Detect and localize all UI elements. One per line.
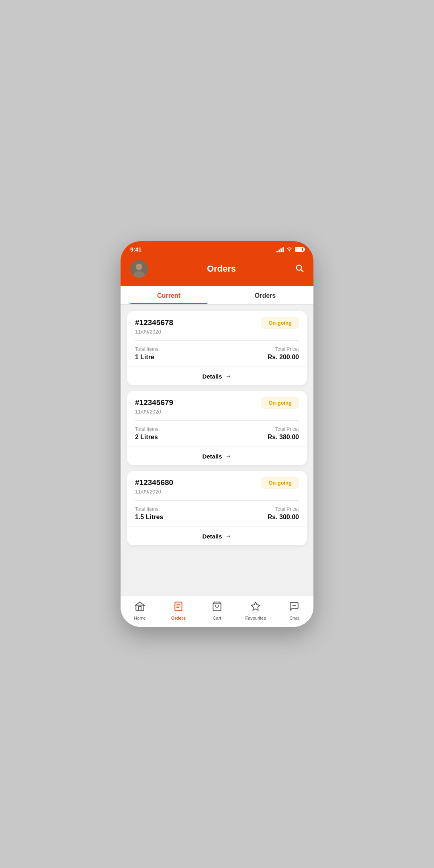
order-number: #12345678 <box>135 318 173 327</box>
phone-wrapper: 9:41 <box>108 217 326 651</box>
chat-icon <box>289 601 299 614</box>
nav-label-chat: Chat <box>289 616 299 620</box>
nav-item-chat[interactable]: Chat <box>275 601 313 620</box>
order-info: #12345680 11/09/2020 <box>135 478 173 495</box>
total-items-label: Total Items: <box>135 426 160 432</box>
status-icons <box>276 246 304 253</box>
order-date: 11/09/2020 <box>135 329 173 335</box>
order-card: #12345679 11/09/2020 On-going Total Item… <box>127 391 307 465</box>
order-number: #12345680 <box>135 478 173 487</box>
bottom-nav: Home Orders <box>121 596 313 627</box>
svg-rect-5 <box>136 605 144 611</box>
tabs-container: Current Orders <box>121 286 313 305</box>
svg-point-1 <box>136 264 142 270</box>
order-items-section: Total Items: 2 Litres <box>135 426 160 441</box>
nav-label-cart: Cart <box>213 616 221 620</box>
details-button[interactable]: Details → <box>127 526 307 545</box>
order-price-section: Total Price: Rs. 300.00 <box>268 506 299 521</box>
status-badge: On-going <box>261 317 299 329</box>
order-items-section: Total Items: 1.5 Litres <box>135 506 163 521</box>
total-price-value: Rs. 200.00 <box>268 354 299 361</box>
status-bar: 9:41 <box>121 241 313 256</box>
nav-item-home[interactable]: Home <box>121 601 159 620</box>
total-items-label: Total Items: <box>135 346 160 352</box>
nav-item-orders[interactable]: Orders <box>159 601 198 620</box>
favourites-icon <box>250 601 261 614</box>
cart-icon <box>212 601 222 614</box>
nav-label-favourites: Favourites <box>245 616 266 620</box>
svg-marker-11 <box>251 602 260 610</box>
total-items-label: Total Items: <box>135 506 163 512</box>
orders-icon <box>173 601 184 614</box>
nav-label-home: Home <box>134 616 145 620</box>
arrow-right-icon: → <box>225 452 232 460</box>
arrow-right-icon: → <box>225 373 232 380</box>
details-label: Details <box>202 453 222 460</box>
details-button[interactable]: Details → <box>127 446 307 465</box>
total-price-label: Total Price: <box>268 426 299 432</box>
order-card-body: Total Items: 2 Litres Total Price: Rs. 3… <box>127 421 307 446</box>
nav-item-cart[interactable]: Cart <box>198 601 236 620</box>
nav-item-favourites[interactable]: Favourites <box>236 601 275 620</box>
order-price-section: Total Price: Rs. 380.00 <box>268 426 299 441</box>
details-button[interactable]: Details → <box>127 366 307 385</box>
nav-label-orders: Orders <box>171 616 186 620</box>
phone-frame: 9:41 <box>121 241 313 627</box>
total-price-label: Total Price: <box>268 506 299 512</box>
signal-icon <box>276 247 284 252</box>
order-items-section: Total Items: 1 Litre <box>135 346 160 361</box>
app-header: Orders <box>121 256 313 286</box>
order-card-top: #12345678 11/09/2020 On-going <box>127 311 307 340</box>
avatar[interactable] <box>130 260 148 278</box>
order-info: #12345678 11/09/2020 <box>135 318 173 335</box>
svg-rect-6 <box>175 602 182 611</box>
total-price-value: Rs. 300.00 <box>268 514 299 521</box>
details-label: Details <box>202 533 222 540</box>
time-display: 9:41 <box>130 246 141 253</box>
total-items-value: 2 Litres <box>135 434 160 441</box>
arrow-right-icon: → <box>225 532 232 540</box>
total-items-value: 1 Litre <box>135 354 160 361</box>
order-card-top: #12345680 11/09/2020 On-going <box>127 471 307 500</box>
battery-icon <box>295 247 304 252</box>
total-items-value: 1.5 Litres <box>135 514 163 521</box>
order-date: 11/09/2020 <box>135 489 173 495</box>
order-number: #12345679 <box>135 398 173 407</box>
wifi-icon <box>286 246 293 253</box>
svg-line-4 <box>301 270 303 272</box>
total-price-label: Total Price: <box>268 346 299 352</box>
order-date: 11/09/2020 <box>135 409 173 415</box>
status-badge: On-going <box>261 477 299 489</box>
details-label: Details <box>202 373 222 380</box>
orders-list: #12345678 11/09/2020 On-going Total Item… <box>121 305 313 596</box>
order-card-body: Total Items: 1 Litre Total Price: Rs. 20… <box>127 341 307 366</box>
order-card: #12345680 11/09/2020 On-going Total Item… <box>127 471 307 545</box>
page-title: Orders <box>207 264 236 274</box>
order-card-body: Total Items: 1.5 Litres Total Price: Rs.… <box>127 501 307 526</box>
order-card-top: #12345679 11/09/2020 On-going <box>127 391 307 420</box>
order-info: #12345679 11/09/2020 <box>135 398 173 415</box>
order-card: #12345678 11/09/2020 On-going Total Item… <box>127 311 307 385</box>
tab-orders[interactable]: Orders <box>217 286 313 304</box>
search-button[interactable] <box>295 264 304 274</box>
status-badge: On-going <box>261 397 299 409</box>
total-price-value: Rs. 380.00 <box>268 434 299 441</box>
home-icon <box>135 601 145 614</box>
order-price-section: Total Price: Rs. 200.00 <box>268 346 299 361</box>
tab-current[interactable]: Current <box>121 286 217 304</box>
